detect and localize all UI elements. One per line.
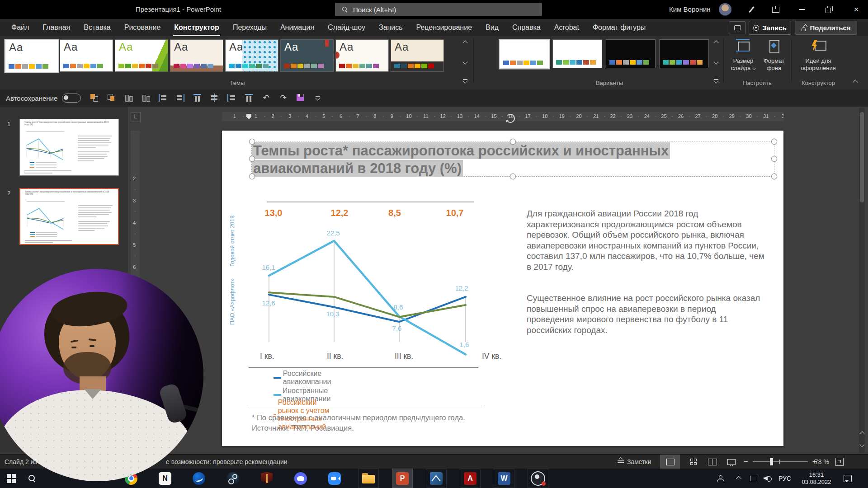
taskbar-app-word[interactable]: W <box>494 469 514 488</box>
align-right-icon[interactable] <box>175 92 186 103</box>
tab-selector-icon[interactable]: L <box>131 112 141 122</box>
theme-tile-3[interactable]: Aa <box>115 39 168 72</box>
autosave-toggle[interactable] <box>62 94 81 103</box>
restore-button[interactable] <box>819 0 839 19</box>
taskbar-app-notion[interactable]: N <box>155 469 175 488</box>
autosave-control[interactable]: Автосохранение <box>6 94 81 103</box>
minimize-button[interactable] <box>792 0 812 19</box>
taskbar-app-snip[interactable] <box>426 469 447 488</box>
scrollbar-thumb[interactable] <box>860 112 864 202</box>
accessibility-status[interactable]: е возможности: проверьте рекомендации <box>166 458 288 465</box>
record-button[interactable]: Запись <box>749 21 791 35</box>
network-icon[interactable] <box>747 469 760 488</box>
selection-handle[interactable] <box>510 139 516 145</box>
taskbar-search-button[interactable] <box>22 469 42 488</box>
tab-Acrobat[interactable]: Acrobat <box>547 19 586 36</box>
zoom-slider[interactable] <box>753 461 808 462</box>
notes-button[interactable]: Заметки <box>618 455 651 469</box>
align-left-icon[interactable] <box>157 92 169 103</box>
taskbar-app-zoom[interactable] <box>324 469 345 488</box>
line-chart[interactable]: 13,012,28,510,712,610,37,612,216,122,58,… <box>240 194 520 375</box>
taskbar-app-obs[interactable] <box>528 469 548 488</box>
fit-slide-icon[interactable] <box>835 458 844 466</box>
previous-slide-icon[interactable] <box>860 429 864 437</box>
zoom-slider-handle[interactable] <box>770 458 773 465</box>
tab-Главная[interactable]: Главная <box>36 19 77 36</box>
selection-handle[interactable] <box>771 139 777 145</box>
tab-Рисование[interactable]: Рисование <box>118 19 168 36</box>
tab-Переходы[interactable]: Переходы <box>226 19 274 36</box>
design-ideas-button[interactable]: Идеи для оформления <box>795 39 842 72</box>
taskbar-app-acrobat[interactable]: A <box>460 469 481 488</box>
send-backward-icon[interactable] <box>106 92 117 103</box>
zoom-out-icon[interactable]: − <box>744 457 748 466</box>
tab-Рецензирование[interactable]: Рецензирование <box>409 19 479 36</box>
volume-icon[interactable] <box>761 469 774 488</box>
legend-item[interactable]: Российские авиакомпании <box>274 370 336 386</box>
variant-tile-3[interactable] <box>606 39 656 68</box>
distribute-horizontal-icon[interactable] <box>209 92 220 103</box>
tab-Конструктор[interactable]: Конструктор <box>167 19 226 36</box>
rotate-object-icon[interactable] <box>123 92 134 103</box>
indent-marker[interactable] <box>246 114 251 119</box>
taskbar-app-game-shield[interactable] <box>256 469 277 488</box>
tab-Вид[interactable]: Вид <box>479 19 505 36</box>
slideshow-button[interactable] <box>722 455 741 469</box>
theme-tile-6[interactable]: Aa <box>280 39 334 72</box>
tab-Файл[interactable]: Файл <box>5 19 36 36</box>
variants-gallery-scroll[interactable] <box>712 39 721 84</box>
align-top-icon[interactable] <box>192 92 203 103</box>
selection-handle[interactable] <box>771 174 777 179</box>
bring-forward-icon[interactable] <box>89 92 100 103</box>
rotate-handle[interactable] <box>506 114 515 123</box>
selection-handle[interactable] <box>510 174 516 179</box>
theme-tile-7[interactable]: Aa <box>335 39 389 72</box>
variant-tile-4[interactable] <box>659 39 709 68</box>
people-tray-icon[interactable] <box>712 469 726 488</box>
slide-body-text[interactable]: Для гражданской авиации России 2018 год … <box>527 208 765 356</box>
tab-Слайд-шоу[interactable]: Слайд-шоу <box>321 19 372 36</box>
theme-tile-4[interactable]: Aa <box>170 39 223 72</box>
tab-Запись[interactable]: Запись <box>372 19 410 36</box>
taskbar-app-explorer[interactable] <box>358 469 379 488</box>
close-button[interactable]: × <box>846 0 866 19</box>
theme-tile-8[interactable]: Aa <box>391 39 444 72</box>
theme-tile-5[interactable]: Aa <box>225 39 278 72</box>
horizontal-ruler[interactable]: 1·1·2·3·4·5·6·7·8·9·10·11·12·13·14·15·16… <box>222 112 783 121</box>
search-input[interactable]: Поиск (Alt+Ы) <box>335 3 542 16</box>
tab-Формат фигуры[interactable]: Формат фигуры <box>586 19 652 36</box>
variant-tile-1[interactable] <box>499 39 550 69</box>
collapse-ribbon-icon[interactable] <box>853 80 858 84</box>
selection-handle[interactable] <box>249 139 255 145</box>
taskbar-app-steam[interactable] <box>222 469 243 488</box>
tab-Вставка[interactable]: Вставка <box>77 19 117 36</box>
slide-thumbnail-1[interactable]: Темпы роста* пассажиропотока российских … <box>19 119 119 176</box>
theme-tile-2[interactable]: Aa <box>60 39 113 72</box>
action-center-button[interactable] <box>840 469 855 488</box>
tab-Справка[interactable]: Справка <box>505 19 547 36</box>
slide[interactable]: Темпы роста* пассажиропотока российских … <box>222 131 783 446</box>
language-indicator[interactable]: РУС <box>776 469 794 488</box>
selection-handle[interactable] <box>249 156 255 162</box>
taskbar-app-battlenet[interactable] <box>189 469 209 488</box>
tab-Анимация[interactable]: Анимация <box>274 19 321 36</box>
selection-handle[interactable] <box>771 156 777 162</box>
redo-icon[interactable]: ↷ <box>278 92 289 103</box>
taskbar-app-powerpoint[interactable]: P <box>392 469 413 488</box>
avatar[interactable] <box>719 3 731 16</box>
reading-view-button[interactable] <box>703 455 722 469</box>
themes-gallery-scroll[interactable] <box>461 39 470 84</box>
share-button[interactable]: Поделиться <box>795 21 857 35</box>
align-center-icon[interactable] <box>226 92 237 103</box>
flip-object-icon[interactable] <box>140 92 151 103</box>
format-background-button[interactable]: Формат фона <box>760 39 788 72</box>
ink-pen-icon[interactable] <box>741 0 761 19</box>
distribute-vertical-icon[interactable] <box>243 92 255 103</box>
slide-sorter-button[interactable] <box>684 455 703 469</box>
zoom-level[interactable]: 78 % <box>815 458 829 465</box>
more-icon[interactable] <box>312 92 323 103</box>
theme-tile-1[interactable]: Aa <box>5 39 59 73</box>
ribbon-display-options-icon[interactable] <box>766 0 786 19</box>
slide-thumbnail-2[interactable]: Темпы роста* пассажиропотока российских … <box>19 188 119 245</box>
variant-tile-2[interactable] <box>552 39 602 68</box>
